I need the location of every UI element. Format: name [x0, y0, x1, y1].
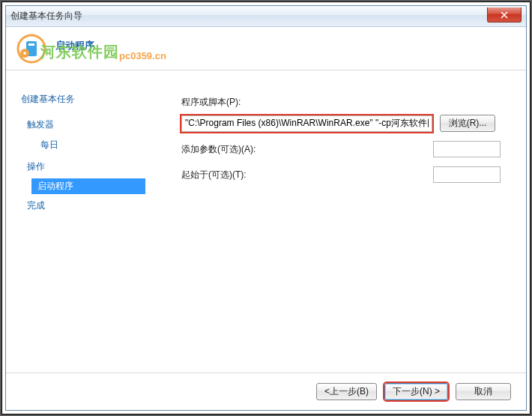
sidebar: 创建基本任务 触发器 每日 操作 启动程序 完成 [6, 70, 163, 373]
sidebar-item-action[interactable]: 操作 [21, 158, 163, 175]
sidebar-item-finish[interactable]: 完成 [21, 197, 163, 214]
script-input[interactable] [181, 115, 432, 132]
close-icon [501, 11, 508, 19]
args-label: 添加参数(可选)(A): [181, 143, 256, 156]
main-panel: 程序或脚本(P): 浏览(R)... 添加参数(可选)(A): 起始于(可选)(… [163, 70, 526, 373]
titlebar: 创建基本任务向导 [6, 6, 526, 27]
sidebar-item-trigger-daily[interactable]: 每日 [34, 136, 163, 154]
window-title: 创建基本任务向导 [10, 10, 82, 22]
wizard-heading: 启动程序 [55, 39, 94, 52]
sidebar-item-create[interactable]: 创建基本任务 [21, 93, 163, 106]
startin-input[interactable] [433, 166, 501, 183]
wizard-icon [16, 34, 46, 64]
watermark-url: pc0359.cn [119, 50, 166, 61]
browse-button[interactable]: 浏览(R)... [440, 115, 495, 132]
wizard-header: 启动程序 河东软件园 pc0359.cn [6, 27, 526, 70]
close-button[interactable] [487, 7, 522, 22]
sidebar-item-start-program[interactable]: 启动程序 [31, 178, 145, 194]
back-button[interactable]: <上一步(B) [316, 383, 377, 400]
svg-rect-2 [28, 43, 34, 46]
script-label: 程序或脚本(P): [181, 96, 508, 109]
wizard-body: 创建基本任务 触发器 每日 操作 启动程序 完成 程序或脚本(P): 浏览(R)… [6, 70, 526, 373]
sidebar-item-trigger[interactable]: 触发器 [21, 116, 163, 133]
cancel-button[interactable]: 取消 [456, 383, 511, 400]
next-button[interactable]: 下一步(N) > [384, 383, 448, 400]
wizard-footer: <上一步(B) 下一步(N) > 取消 [6, 373, 526, 410]
startin-label: 起始于(可选)(T): [181, 169, 256, 181]
wizard-dialog: 创建基本任务向导 启动程序 河东软件园 pc0359.cn 创建基本任务 触发器 [5, 5, 527, 411]
args-input[interactable] [433, 141, 501, 157]
